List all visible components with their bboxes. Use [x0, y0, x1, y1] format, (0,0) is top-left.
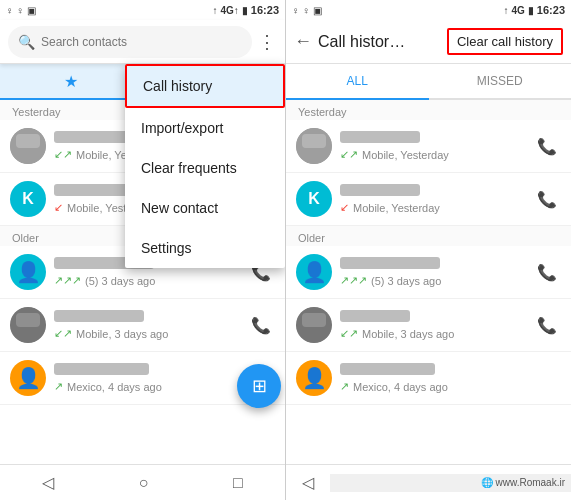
list-item[interactable]: 👤 ↗ Mexico, 4 days ago [286, 352, 571, 405]
website-url: www.Romaak.ir [496, 477, 565, 488]
contact-detail: ↙↗ Mobile, 3 days ago [54, 327, 239, 340]
right-status-icons: ↑ 4G↑ ▮ 16:23 [213, 4, 279, 16]
right-time-display: 16:23 [537, 4, 565, 16]
website-icon: 🌐 [481, 477, 493, 488]
call-arrows-icon: ↙↗ [54, 327, 72, 340]
list-item[interactable]: ↙↗ Mobile, Yesterday 📞 [286, 120, 571, 173]
left-nav-bar: ◁ ○ □ [0, 464, 285, 500]
search-input[interactable] [41, 35, 242, 49]
right-toolbar-title: Call histor… [318, 33, 441, 51]
contact-meta: Mobile, Yesterday [353, 202, 440, 214]
svg-rect-7 [302, 313, 326, 327]
missed-call-icon: ↙ [340, 201, 349, 214]
back-arrow-button[interactable]: ← [294, 31, 312, 52]
avatar: 👤 [10, 360, 46, 396]
right-status-left-icons: ♀ ♀ ▣ [292, 5, 322, 16]
star-icon: ★ [64, 72, 78, 91]
dropdown-call-history[interactable]: Call history [125, 64, 285, 108]
contact-detail: ↙↗ Mobile, Yesterday [340, 148, 525, 161]
person-icon: 👤 [16, 260, 41, 284]
right-tabs-bar: ALL MISSED [286, 64, 571, 100]
contact-info: ↙↗ Mobile, Yesterday [340, 131, 525, 161]
contact-meta: Mexico, 4 days ago [67, 381, 162, 393]
right-status-bar: ♀ ♀ ▣ ↑ 4G ▮ 16:23 [286, 0, 571, 20]
avatar [296, 128, 332, 164]
network-type: 4G [512, 5, 525, 16]
dropdown-settings[interactable]: Settings [125, 228, 285, 268]
contact-info: ↗↗↗ (5) 3 days ago [340, 257, 525, 287]
call-arrows-icon: ↗↗↗ [54, 274, 81, 287]
call-button[interactable]: 📞 [533, 258, 561, 286]
avatar: K [10, 181, 46, 217]
avatar: 👤 [296, 254, 332, 290]
contact-name [340, 257, 525, 272]
battery-icon: ▮ [528, 5, 534, 16]
contact-info: ↙↗ Mobile, 3 days ago [340, 310, 525, 340]
nav-home-button[interactable]: ○ [123, 470, 165, 496]
contact-name [54, 310, 239, 325]
section-yesterday-right: Yesterday [286, 100, 571, 120]
search-bar[interactable]: 🔍 [8, 26, 252, 58]
kebab-menu-icon[interactable]: ⋮ [258, 31, 277, 53]
list-item[interactable]: ↙↗ Mobile, 3 days ago 📞 [0, 299, 285, 352]
avatar [10, 128, 46, 164]
contact-detail: ↗↗↗ (5) 3 days ago [54, 274, 239, 287]
contact-detail: ↙ Mobile, Yesterday [340, 201, 525, 214]
dropdown-clear-frequents[interactable]: Clear frequents [125, 148, 285, 188]
list-item[interactable]: K ↙ Mobile, Yesterday 📞 [286, 173, 571, 226]
fab-button[interactable]: ⊞ [237, 364, 281, 408]
right-screen: ♀ ♀ ▣ ↑ 4G ▮ 16:23 ← Call histor… Clear … [286, 0, 571, 500]
notification-icon: ▣ [27, 5, 36, 16]
right-nav-back-button[interactable]: ◁ [286, 469, 330, 496]
contact-info: ↙ Mobile, Yesterday [340, 184, 525, 214]
contact-meta: Mobile, 3 days ago [362, 328, 454, 340]
dialpad-icon: ⊞ [252, 375, 267, 397]
svg-rect-3 [16, 313, 40, 327]
right-status-right-icons: ↑ 4G ▮ 16:23 [504, 4, 565, 16]
call-button[interactable]: 📞 [533, 185, 561, 213]
wifi-icon: ♀ [303, 5, 311, 16]
right-toolbar: ← Call histor… Clear call history [286, 20, 571, 64]
list-item[interactable]: 👤 ↗ Mexico, 4 days ago ⊞ [0, 352, 285, 405]
tab-missed[interactable]: MISSED [429, 64, 572, 100]
contact-detail: ↙↗ Mobile, 3 days ago [340, 327, 525, 340]
list-item[interactable]: ↙↗ Mobile, 3 days ago 📞 [286, 299, 571, 352]
left-screen: ♀ ♀ ▣ ↑ 4G↑ ▮ 16:23 🔍 ⋮ Call history Imp… [0, 0, 286, 500]
nav-back-button[interactable]: ◁ [26, 469, 70, 496]
dropdown-new-contact[interactable]: New contact [125, 188, 285, 228]
tab-favorites[interactable]: ★ [0, 64, 143, 98]
contact-name [340, 131, 525, 146]
location-icon: ♀ [292, 5, 300, 16]
tab-all[interactable]: ALL [286, 64, 429, 100]
missed-call-icon: ↙ [54, 201, 63, 214]
avatar: 👤 [10, 254, 46, 290]
contact-meta: Mexico, 4 days ago [353, 381, 448, 393]
contact-meta: Mobile, Yesterday [362, 149, 449, 161]
contact-info: ↗ Mexico, 4 days ago [340, 363, 561, 393]
call-button[interactable]: 📞 [247, 311, 275, 339]
contact-meta: (5) 3 days ago [371, 275, 441, 287]
dropdown-menu: Call history Import/export Clear frequen… [125, 64, 285, 268]
call-button[interactable]: 📞 [533, 132, 561, 160]
network-type: 4G↑ [221, 5, 239, 16]
notification-icon: ▣ [313, 5, 322, 16]
clear-call-history-button[interactable]: Clear call history [447, 28, 563, 55]
call-arrows-icon: ↗ [340, 380, 349, 393]
dropdown-import-export[interactable]: Import/export [125, 108, 285, 148]
avatar: K [296, 181, 332, 217]
person-icon: 👤 [302, 260, 327, 284]
person-icon: 👤 [16, 366, 41, 390]
nav-recents-button[interactable]: □ [217, 470, 259, 496]
call-button[interactable]: 📞 [533, 311, 561, 339]
call-arrows-icon: ↙↗ [340, 148, 358, 161]
avatar: 👤 [296, 360, 332, 396]
svg-rect-1 [16, 134, 40, 148]
right-contact-list: Yesterday ↙↗ Mobile, Yesterday 📞 K [286, 100, 571, 464]
call-arrows-icon: ↙↗ [54, 148, 72, 161]
signal-type: ↑ [504, 5, 509, 16]
svg-rect-5 [302, 134, 326, 148]
contact-meta: (5) 3 days ago [85, 275, 155, 287]
wifi-icon: ♀ [17, 5, 25, 16]
list-item[interactable]: 👤 ↗↗↗ (5) 3 days ago 📞 [286, 246, 571, 299]
contact-meta: Mobile, 3 days ago [76, 328, 168, 340]
